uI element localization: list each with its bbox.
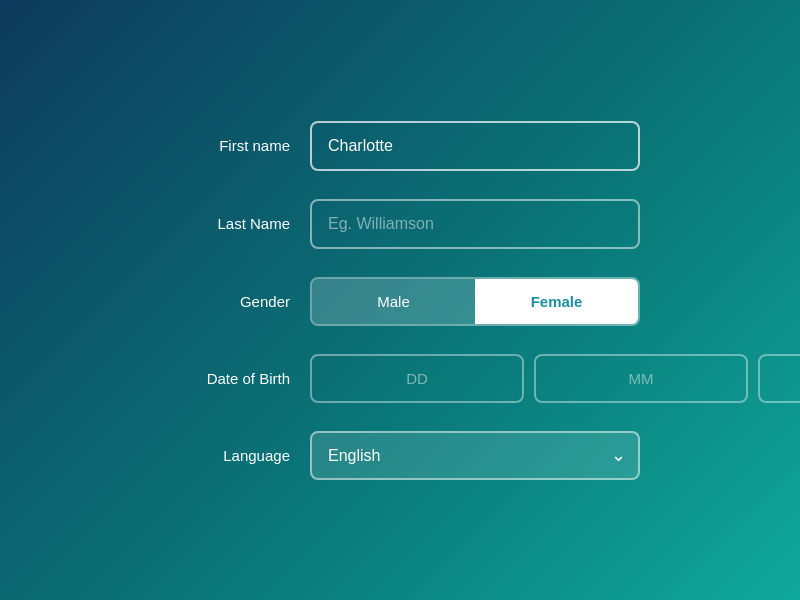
dob-year-input[interactable] (758, 354, 800, 403)
profile-form: First name Last Name Gender Male Female … (160, 121, 640, 480)
first-name-row: First name (160, 121, 640, 171)
last-name-input[interactable] (310, 199, 640, 249)
gender-female-button[interactable]: Female (475, 279, 638, 324)
language-select[interactable]: English Spanish French German Chinese (310, 431, 640, 480)
language-select-wrapper: English Spanish French German Chinese ⌄ (310, 431, 640, 480)
first-name-input[interactable] (310, 121, 640, 171)
last-name-label: Last Name (160, 215, 290, 232)
language-row: Language English Spanish French German C… (160, 431, 640, 480)
gender-label: Gender (160, 293, 290, 310)
dob-label: Date of Birth (160, 370, 290, 387)
gender-toggle: Male Female (310, 277, 640, 326)
dob-group (310, 354, 800, 403)
last-name-row: Last Name (160, 199, 640, 249)
gender-male-button[interactable]: Male (312, 279, 475, 324)
dob-day-input[interactable] (310, 354, 524, 403)
language-label: Language (160, 447, 290, 464)
gender-row: Gender Male Female (160, 277, 640, 326)
dob-row: Date of Birth (160, 354, 640, 403)
first-name-label: First name (160, 137, 290, 154)
dob-month-input[interactable] (534, 354, 748, 403)
